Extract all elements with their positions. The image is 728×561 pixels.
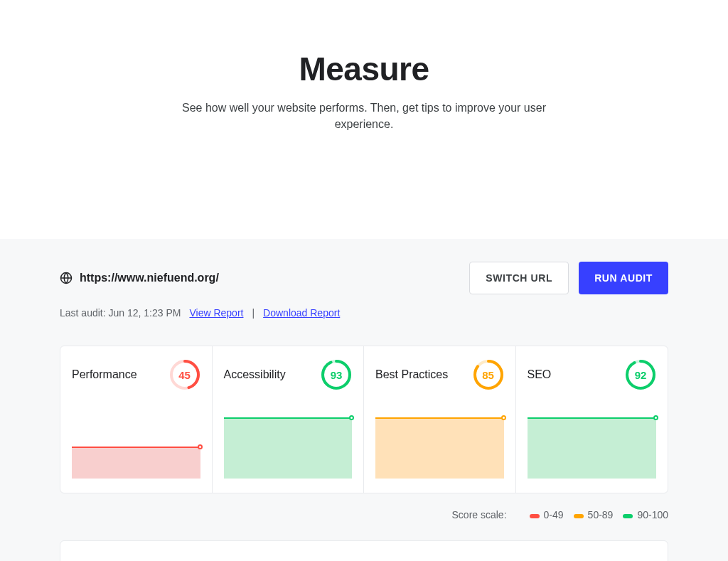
score-value: 45: [169, 359, 200, 390]
score-gauge: 45: [169, 359, 200, 390]
score-card: SEO 92: [516, 346, 668, 493]
score-card-title: SEO: [528, 368, 552, 381]
score-value: 93: [321, 359, 352, 390]
legend-label: 50-89: [588, 509, 614, 520]
audit-meta: Last audit: Jun 12, 1:23 PM View Report …: [60, 307, 668, 319]
last-audit-label: Last audit: Jun 12, 1:23 PM: [60, 307, 181, 319]
legend-item: 90-100: [623, 509, 668, 520]
score-card-title: Accessibility: [224, 368, 286, 381]
score-card-title: Best Practices: [375, 368, 448, 381]
legend-swatch: [530, 514, 540, 518]
score-value: 92: [625, 359, 656, 390]
run-audit-button[interactable]: RUN AUDIT: [579, 262, 668, 294]
sparkline-dot: [198, 444, 203, 449]
score-card: Best Practices 85: [364, 346, 516, 493]
legend-item: 50-89: [574, 509, 614, 520]
legend-item: 0-49: [530, 509, 564, 520]
score-gauge: 92: [625, 359, 656, 390]
score-gauge: 85: [473, 359, 504, 390]
divider: |: [252, 307, 255, 319]
score-value: 85: [473, 359, 504, 390]
metrics-panel: First Contentful Paint 4.3 s First Meani…: [60, 540, 668, 561]
switch-url-button[interactable]: SWITCH URL: [469, 262, 569, 294]
score-gauge: 93: [321, 359, 352, 390]
legend-label: 90-100: [637, 509, 668, 520]
sparkline: [72, 415, 200, 479]
hero-section: Measure See how well your website perfor…: [0, 0, 728, 239]
legend-swatch: [574, 514, 584, 518]
results-section: https://www.niefuend.org/ SWITCH URL RUN…: [0, 239, 728, 561]
sparkline-dot: [653, 415, 658, 420]
view-report-link[interactable]: View Report: [189, 307, 243, 319]
score-card: Performance 45: [60, 346, 213, 493]
sparkline-dot: [349, 415, 354, 420]
sparkline: [528, 415, 657, 479]
globe-icon: [60, 272, 73, 284]
legend-label: 0-49: [544, 509, 564, 520]
sparkline-dot: [501, 415, 506, 420]
download-report-link[interactable]: Download Report: [263, 307, 340, 319]
audited-url: https://www.niefuend.org/: [80, 272, 219, 284]
page-title: Measure: [0, 50, 728, 88]
sparkline: [375, 415, 504, 479]
url-bar: https://www.niefuend.org/ SWITCH URL RUN…: [60, 262, 668, 307]
sparkline: [224, 415, 353, 479]
score-card: Accessibility 93: [213, 346, 365, 493]
page-subtitle: See how well your website performs. Then…: [179, 100, 549, 132]
score-card-title: Performance: [72, 368, 137, 381]
score-legend: Score scale: 0-4950-8990-100: [60, 509, 668, 520]
legend-title: Score scale:: [452, 509, 507, 520]
legend-swatch: [623, 514, 633, 518]
score-cards: Performance 45 Accessibility: [60, 346, 668, 493]
